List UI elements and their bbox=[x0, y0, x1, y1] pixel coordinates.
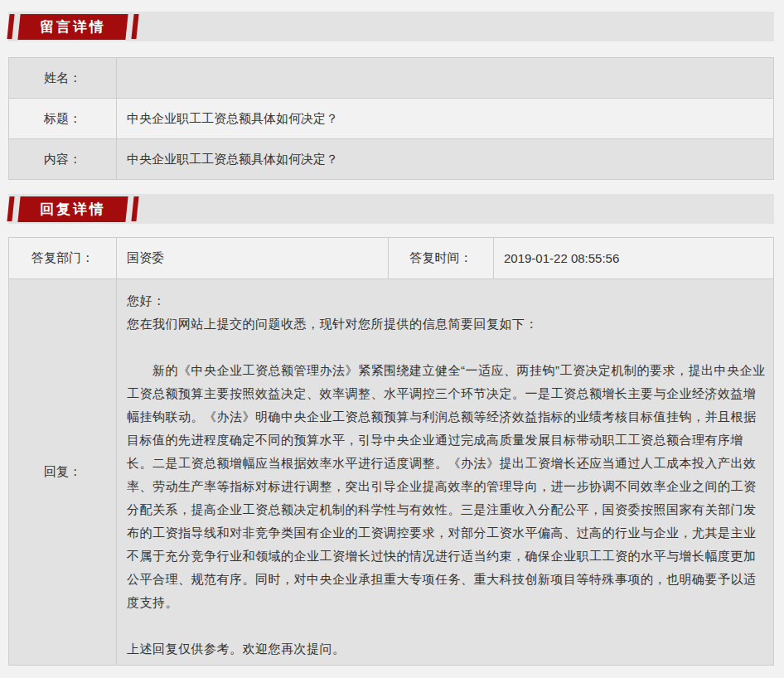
name-value bbox=[117, 58, 774, 99]
reply-details-table: 答复部门： 国资委 答复时间： 2019-01-22 08:55:56 回复： … bbox=[8, 237, 774, 666]
subject-value: 中央企业职工工资总额具体如何决定？ bbox=[117, 99, 774, 139]
table-row: 标题： 中央企业职工工资总额具体如何决定？ bbox=[9, 99, 774, 139]
reply-department-value: 国资委 bbox=[117, 238, 389, 279]
content-label: 内容： bbox=[9, 139, 117, 180]
reply-section-header: 回复详情 bbox=[8, 194, 774, 224]
subject-label: 标题： bbox=[9, 99, 117, 139]
right-accent-bar-icon bbox=[131, 14, 138, 39]
reply-section-title-box: 回复详情 bbox=[17, 196, 128, 222]
reply-text: 您好： 您在我们网站上提交的问题收悉，现针对您所提供的信息简要回复如下： 新的《… bbox=[127, 289, 767, 661]
table-row: 姓名： bbox=[9, 58, 774, 99]
table-row: 回复： 您好： 您在我们网站上提交的问题收悉，现针对您所提供的信息简要回复如下：… bbox=[9, 279, 774, 666]
message-details-table: 姓名： 标题： 中央企业职工工资总额具体如何决定？ 内容： 中央企业职工工资总额… bbox=[8, 57, 774, 180]
table-row: 内容： 中央企业职工工资总额具体如何决定？ bbox=[9, 139, 774, 180]
left-accent-bar-icon bbox=[7, 14, 14, 39]
message-section-header: 留言详情 bbox=[8, 12, 774, 41]
table-row: 答复部门： 国资委 答复时间： 2019-01-22 08:55:56 bbox=[9, 238, 774, 279]
left-accent-bar-icon bbox=[7, 196, 14, 221]
name-label: 姓名： bbox=[9, 58, 117, 99]
right-accent-bar-icon bbox=[131, 196, 138, 221]
content-value: 中央企业职工工资总额具体如何决定？ bbox=[117, 139, 774, 180]
message-section-title-box: 留言详情 bbox=[17, 14, 128, 40]
reply-time-label: 答复时间： bbox=[389, 238, 494, 279]
reply-content-cell: 您好： 您在我们网站上提交的问题收悉，现针对您所提供的信息简要回复如下： 新的《… bbox=[117, 279, 774, 666]
reply-time-value: 2019-01-22 08:55:56 bbox=[494, 238, 774, 279]
message-section-title: 留言详情 bbox=[40, 17, 106, 36]
reply-department-label: 答复部门： bbox=[9, 238, 117, 279]
reply-section-title: 回复详情 bbox=[40, 200, 106, 219]
reply-label: 回复： bbox=[9, 279, 117, 666]
